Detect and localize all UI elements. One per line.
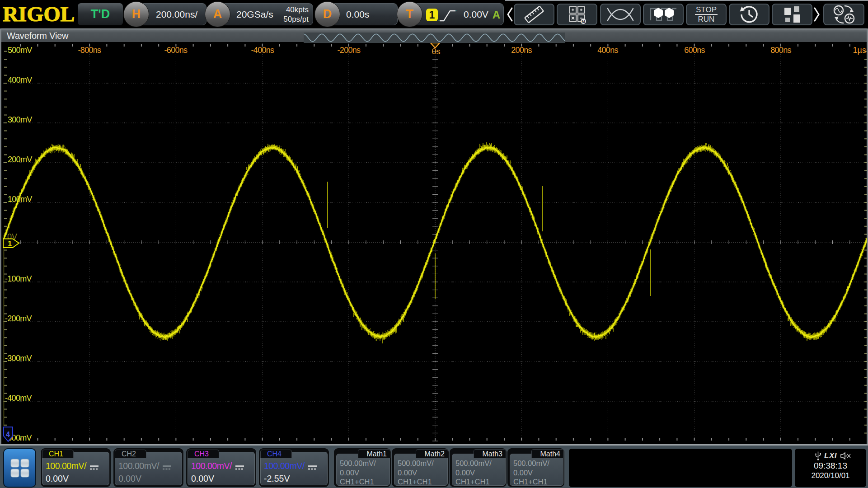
svg-text:400mV: 400mV bbox=[8, 75, 32, 84]
svg-text:200ns: 200ns bbox=[511, 46, 532, 55]
svg-text:200mV: 200mV bbox=[8, 155, 32, 164]
svg-text:400ns: 400ns bbox=[597, 46, 618, 55]
svg-text:600ns: 600ns bbox=[684, 46, 705, 55]
svg-text:4: 4 bbox=[6, 431, 10, 438]
svg-text:M: M bbox=[582, 19, 585, 24]
svg-text:-800ns: -800ns bbox=[78, 46, 102, 55]
svg-text:-400ns: -400ns bbox=[251, 46, 275, 55]
svg-text:0s: 0s bbox=[432, 47, 440, 56]
svg-text:500mV: 500mV bbox=[8, 46, 32, 55]
svg-text:-300mV: -300mV bbox=[5, 354, 32, 363]
svg-text:1: 1 bbox=[8, 239, 12, 248]
svg-text:-100mV: -100mV bbox=[5, 274, 32, 283]
svg-text:-600ns: -600ns bbox=[164, 46, 188, 55]
svg-text:1µs: 1µs bbox=[853, 46, 866, 55]
svg-text:-200mV: -200mV bbox=[5, 314, 32, 323]
svg-text:-400mV: -400mV bbox=[5, 394, 32, 403]
svg-text:-200ns: -200ns bbox=[338, 46, 361, 55]
svg-text:300mV: 300mV bbox=[8, 115, 32, 124]
svg-text:800ns: 800ns bbox=[770, 46, 791, 55]
